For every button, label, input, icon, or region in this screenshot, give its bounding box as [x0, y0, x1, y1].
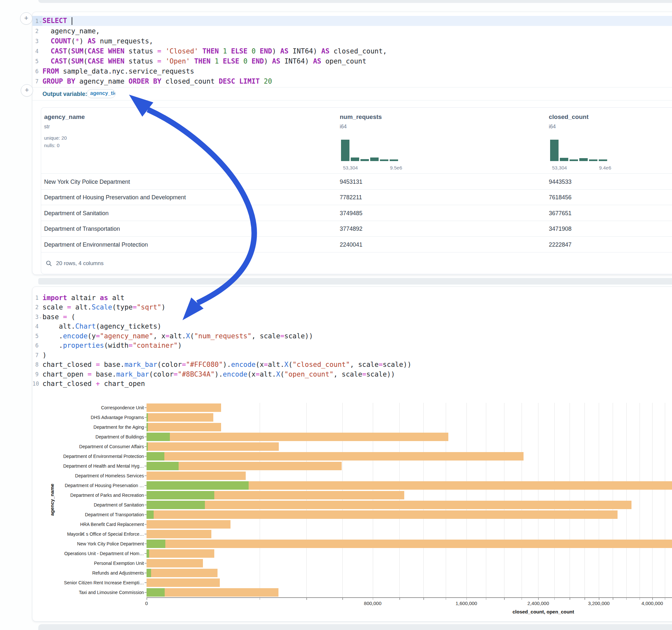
code-line[interactable]: 5 CAST(SUM(CASE WHEN status = 'Open' THE… [32, 56, 672, 66]
line-number: 7 [32, 78, 39, 84]
y-axis-label: Senior Citizen Rent Increase Exempti… [59, 580, 144, 585]
add-cell-button-output[interactable]: + [21, 84, 33, 97]
y-axis-label: Personal Exemption Unit [59, 561, 144, 566]
table-row[interactable]: Department of Sanitation37494853677651 [41, 205, 672, 221]
y-axis-label: Department of Parks and Recreation [59, 492, 144, 498]
column-histogram [341, 140, 398, 161]
add-cell-button-top[interactable]: + [20, 12, 32, 25]
bar-closed-count [146, 549, 214, 558]
x-axis-tick [466, 598, 467, 600]
y-axis-label: Operations Unit - Department of Hom… [59, 551, 144, 556]
table-cell: 7782211 [340, 194, 362, 201]
table-row[interactable]: New York City Police Department945313194… [41, 173, 672, 190]
chart-gridline [554, 403, 555, 597]
fold-chevron-icon[interactable]: ⌄ [39, 20, 43, 23]
code-text: FROM sample_data.nyc.service_requests [43, 67, 194, 75]
sql-code-editor[interactable]: 1⌄SELECT 2 agency_name,3 COUNT(*) AS num… [32, 16, 672, 86]
chart-gridline [399, 403, 400, 597]
table-row[interactable]: Department of Housing Preservation and D… [41, 189, 672, 205]
line-number: 2 [32, 28, 39, 34]
python-cell: 1import altair as alt2scale = alt.Scale(… [32, 287, 672, 622]
bar-open-count [146, 462, 178, 470]
search-icon[interactable] [46, 260, 52, 267]
prev-cell-edge [38, 0, 672, 3]
notebook-page: + + 1⌄SELECT 2 agency_name,3 COUNT(*) AS… [0, 0, 672, 630]
table-cell: 9443533 [549, 178, 572, 185]
table-cell: 2240041 [340, 241, 362, 248]
x-axis-tick [554, 598, 555, 600]
bar-closed-count [146, 501, 631, 509]
table-cell: 3774892 [340, 225, 362, 232]
table-cell: 7618456 [549, 194, 572, 201]
x-axis-tick-label: 2,400,000 [527, 601, 549, 606]
histogram-bar [570, 160, 578, 161]
chart-gridline [423, 403, 424, 597]
output-variable-pill[interactable]: agency_tickets [87, 89, 115, 98]
x-axis-tick-label: 1,600,000 [455, 601, 477, 606]
x-axis-tick [599, 598, 599, 600]
y-axis-label: Department for the Aging [59, 425, 144, 430]
next-cell-edge [38, 624, 672, 630]
code-line[interactable]: 7GROUP BY agency_name ORDER BY closed_co… [32, 76, 672, 86]
code-text: CAST(SUM(CASE WHEN status = 'Closed' THE… [43, 47, 387, 55]
table-cell: 3749485 [340, 210, 362, 217]
column-header: closed_count [549, 114, 589, 121]
bar-open-count [146, 413, 148, 421]
output-variable-label: Output variable: [43, 91, 87, 97]
y-axis-label: DHS Advantage Programs [59, 415, 144, 420]
bar-closed-count [146, 471, 246, 480]
line-gutter: 7 [32, 76, 43, 86]
line-number: 1 [32, 18, 39, 24]
bar-closed-count [146, 559, 203, 567]
code-line[interactable]: 3 COUNT(*) AS num_requests, [32, 36, 672, 46]
altair-chart: agency_name closed_count, open_count Cor… [32, 287, 672, 621]
row-count-label: 20 rows, 4 columns [56, 260, 103, 267]
bar-open-count [146, 569, 151, 577]
result-table: agency_namestrunique: 20nulls: 0num_requ… [41, 107, 672, 274]
chart-gridline [504, 403, 504, 597]
line-gutter: 5 [32, 56, 43, 66]
x-axis-tick [342, 598, 343, 600]
chart-gridline [306, 403, 307, 597]
x-axis-title: closed_count, open_count [512, 609, 574, 614]
code-text: SELECT [43, 17, 72, 25]
code-line[interactable]: 1⌄SELECT [32, 16, 672, 26]
histogram-max-label: 9.4e6 [599, 165, 611, 170]
x-axis-tick [584, 598, 585, 600]
column-stat: nulls: 0 [44, 143, 59, 148]
histogram-bar [380, 160, 388, 161]
x-axis-tick [570, 598, 570, 600]
column-header: num_requests [340, 114, 382, 121]
histogram-min-label: 53,304 [552, 165, 567, 170]
column-stat: unique: 20 [44, 135, 67, 141]
line-gutter: 3 [32, 36, 43, 46]
text-cursor [72, 17, 72, 25]
column-type: i64 [340, 124, 346, 130]
histogram-bar [550, 140, 558, 161]
bar-open-count [146, 452, 164, 461]
chart-gridline [373, 403, 373, 597]
chart-gridline [570, 403, 570, 597]
histogram-max-label: 9.5e6 [390, 165, 402, 170]
code-line[interactable]: 4 CAST(SUM(CASE WHEN status = 'Closed' T… [32, 46, 672, 56]
chart-gridline [446, 403, 446, 597]
y-axis-label: Mayorâ€ s Office of Special Enforce… [59, 532, 144, 537]
bar-open-count [146, 501, 205, 509]
chart-gridline [626, 403, 627, 597]
x-axis-tick-label: 4,000,000 [642, 601, 663, 606]
column-histogram [550, 140, 607, 161]
table-row[interactable]: Department of Environmental Protection22… [41, 236, 672, 252]
code-line[interactable]: 2 agency_name, [32, 26, 672, 36]
y-axis-label: Department of Homeless Services [59, 473, 144, 478]
code-line[interactable]: 6FROM sample_data.nyc.service_requests [32, 66, 672, 76]
bar-closed-count [146, 520, 231, 529]
line-gutter: 2 [32, 26, 43, 36]
line-gutter: 6 [32, 66, 43, 76]
chart-gridline [522, 403, 522, 597]
table-row[interactable]: Department of Transportation377489234719… [41, 221, 672, 237]
x-axis-tick-label: 3,200,000 [588, 601, 610, 606]
bar-closed-count [146, 569, 217, 577]
y-axis-label: Department of Transportation [59, 512, 144, 517]
table-cell: 3471908 [549, 225, 572, 232]
table-cell: 2222847 [549, 241, 572, 248]
